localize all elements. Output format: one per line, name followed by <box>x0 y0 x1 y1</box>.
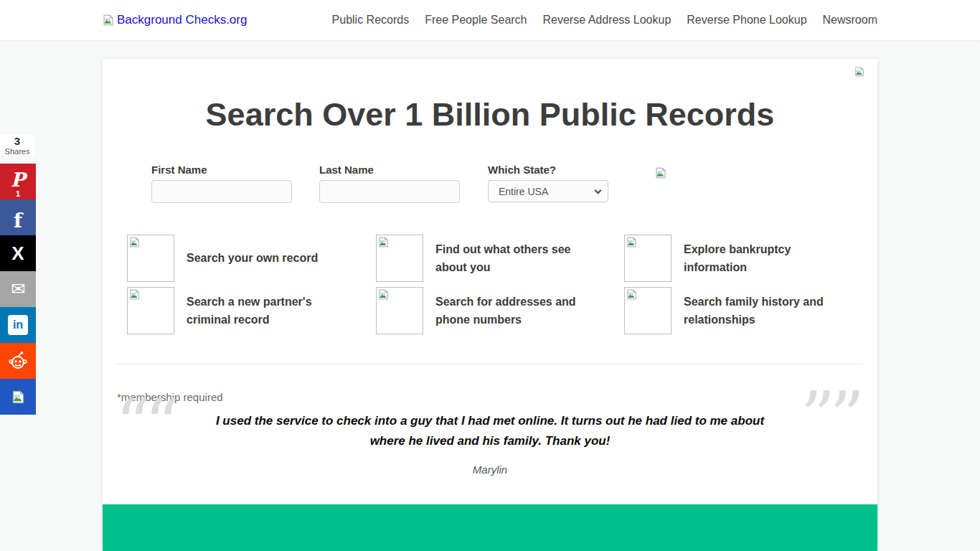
facebook-icon: f <box>14 209 22 232</box>
first-name-label: First Name <box>151 164 292 176</box>
feature-bankruptcy[interactable]: Explore bankruptcy information <box>624 232 853 284</box>
features-grid: Search your own record Find out what oth… <box>127 232 853 336</box>
nav-item-newsroom[interactable]: Newsroom <box>823 14 877 27</box>
feature-addresses-phones[interactable]: Search for addresses and phone numbers <box>376 284 624 336</box>
share-sidebar: 3 Shares P 1 f X ✉ in <box>0 135 36 415</box>
pinterest-share-button[interactable]: P 1 <box>0 164 36 199</box>
feature-own-record[interactable]: Search your own record <box>127 232 376 284</box>
feature-others-see[interactable]: Find out what others see about you <box>376 232 624 284</box>
linkedin-share-button[interactable]: in <box>0 307 36 343</box>
testimonial-author: Marylin <box>473 463 507 476</box>
feature-image-placeholder <box>127 287 174 334</box>
first-name-input[interactable] <box>151 180 292 203</box>
first-name-field-group: First Name <box>151 164 292 203</box>
nav-item-reverse-phone-lookup[interactable]: Reverse Phone Lookup <box>687 14 806 27</box>
feature-partner-criminal-record[interactable]: Search a new partner's criminal record <box>127 284 376 336</box>
broken-image-icon <box>626 289 637 300</box>
close-quote-mark: ”” <box>801 383 859 451</box>
facebook-share-button[interactable]: f <box>0 199 36 235</box>
feature-image-placeholder <box>624 235 672 282</box>
feature-image-placeholder <box>127 235 174 282</box>
page-title: Search Over 1 Billion Public Records <box>103 59 877 133</box>
share-total: 3 Shares <box>0 135 34 156</box>
broken-image-icon <box>378 289 389 300</box>
email-share-button[interactable]: ✉ <box>0 271 36 307</box>
green-footer-band <box>103 504 877 551</box>
broken-image-icon <box>11 390 25 404</box>
x-twitter-share-button[interactable]: X <box>0 235 36 271</box>
state-field-group: Which State? Entire USA <box>488 164 608 202</box>
top-navigation-bar: Background Checks.org Public Records Fre… <box>0 0 980 40</box>
site-logo[interactable]: Background Checks.org <box>103 13 247 27</box>
broken-image-icon <box>103 14 114 26</box>
pinterest-icon: P <box>11 169 25 191</box>
nav-item-reverse-address-lookup[interactable]: Reverse Address Lookup <box>543 14 672 27</box>
broken-image-icon <box>854 67 864 77</box>
site-logo-text: Background Checks.org <box>117 13 247 27</box>
testimonial-quote: I used the service to check into a guy t… <box>210 411 770 451</box>
state-label: Which State? <box>488 164 608 176</box>
section-divider <box>117 364 863 364</box>
broken-image-icon <box>626 237 637 248</box>
feature-label: Search for addresses and phone numbers <box>435 293 590 329</box>
broken-image-icon <box>378 237 389 248</box>
last-name-input[interactable] <box>319 180 460 203</box>
feature-label: Search your own record <box>187 249 318 267</box>
open-quote-mark: ““ <box>116 390 174 458</box>
feature-image-placeholder <box>376 235 423 282</box>
feature-family-history[interactable]: Search family history and relationships <box>624 284 853 336</box>
feature-label: Search family history and relationships <box>684 293 838 329</box>
feature-label: Explore bankruptcy information <box>684 240 838 276</box>
feature-label: Search a new partner's criminal record <box>187 293 341 329</box>
main-content-card: Search Over 1 Billion Public Records Fir… <box>103 59 877 551</box>
state-select[interactable]: Entire USA <box>488 180 608 202</box>
nav-item-free-people-search[interactable]: Free People Search <box>425 14 527 27</box>
last-name-label: Last Name <box>319 164 460 176</box>
main-nav: Public Records Free People Search Revers… <box>332 14 877 27</box>
feature-label: Find out what others see about you <box>435 240 590 276</box>
pinterest-share-count: 1 <box>0 189 36 198</box>
nav-item-public-records[interactable]: Public Records <box>332 14 410 27</box>
feature-image-placeholder <box>624 287 672 334</box>
share-more-button[interactable] <box>0 379 36 415</box>
reddit-share-button[interactable] <box>0 343 36 379</box>
email-envelope-icon: ✉ <box>11 279 25 299</box>
last-name-field-group: Last Name <box>319 164 460 203</box>
broken-image-icon <box>129 237 140 248</box>
broken-image-icon <box>655 167 666 179</box>
share-total-count: 3 <box>0 135 34 147</box>
x-twitter-icon: X <box>11 242 24 265</box>
linkedin-icon: in <box>8 315 28 335</box>
broken-image-icon <box>129 289 140 300</box>
share-total-label: Shares <box>0 147 34 156</box>
feature-image-placeholder <box>376 287 423 334</box>
reddit-alien-icon <box>7 350 29 372</box>
